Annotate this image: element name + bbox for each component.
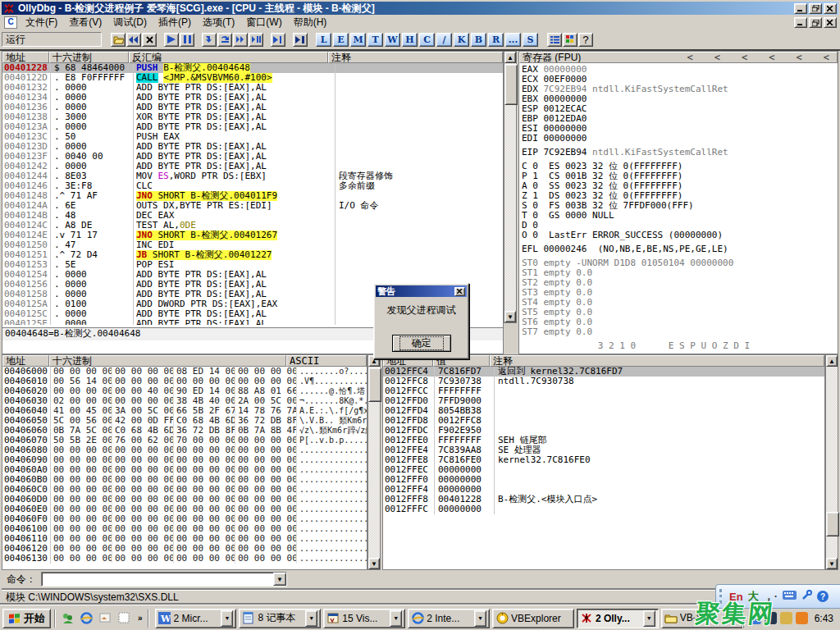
restore-button[interactable] — [809, 3, 822, 14]
disasm-col-hex[interactable]: 十六进制 — [49, 52, 129, 63]
minimize-button[interactable] — [794, 3, 807, 14]
disasm-row[interactable]: 0040124E.v 71 17JNO SHORT B-检测父.00401267 — [2, 231, 503, 240]
disasm-row[interactable]: 0040123A. 0000ADD BYTE PTR DS:[EAX],AL — [2, 122, 503, 132]
help-button[interactable]: ? — [578, 33, 593, 47]
stack-row[interactable]: 0012FFF800401228B-检测父.<模块入口点> — [383, 495, 824, 504]
menu-item[interactable]: 插件(P) — [153, 16, 197, 29]
disasm-row[interactable]: 00401236. 0000ADD BYTE PTR DS:[EAX],AL — [2, 103, 503, 112]
dump-col-address[interactable]: 地址 — [2, 355, 49, 367]
chevron-down-icon[interactable]: ▼ — [474, 610, 486, 627]
menu-item[interactable]: 窗口(W) — [240, 16, 287, 29]
quick-launch-chevron[interactable]: » — [138, 614, 143, 623]
help-icon[interactable]: ? — [817, 591, 829, 602]
window-button-L[interactable]: L — [316, 33, 331, 47]
menu-item[interactable]: 帮助(H) — [288, 16, 333, 29]
command-input[interactable] — [41, 572, 287, 587]
dump-row[interactable]: 004060F000 00 00 0000 00 00 0000 00 00 0… — [2, 514, 367, 524]
disasm-col-comment[interactable]: 注释 — [328, 52, 503, 63]
window-button-W[interactable]: W — [385, 33, 400, 47]
window-button-trace[interactable]: ... — [505, 33, 521, 47]
chevron-down-icon[interactable]: ▼ — [390, 610, 402, 627]
dump-row[interactable]: 004060D000 00 00 0000 00 00 0000 00 00 0… — [2, 495, 367, 504]
dump-row[interactable]: 0040604041 00 45 003A 00 5C 0066 5B 2F 6… — [2, 406, 367, 416]
dump-col-ascii[interactable]: ASCII — [286, 355, 367, 367]
stack-row[interactable]: 0012FFCCFFFFFFFF — [383, 386, 824, 396]
window-button-C[interactable]: C — [419, 33, 435, 47]
disasm-scrollbar[interactable]: ▲ ▼ — [504, 51, 517, 323]
animate-over-button[interactable] — [249, 33, 263, 47]
chevron-down-icon[interactable]: ▼ — [305, 610, 317, 627]
dump-row[interactable]: 0040607050 5B 2E 0076 00 62 0070 00 00 0… — [2, 436, 367, 445]
dump-row[interactable]: 0040602000 00 00 0000 00 40 0090 ED 14 0… — [2, 386, 367, 396]
start-button[interactable]: 开始 — [2, 609, 51, 628]
disasm-row[interactable]: 0040122D. E8 F0FFFFFFCALL <JMP.&MSVBVM60… — [2, 73, 503, 83]
dump-scroll-thumb[interactable] — [368, 368, 381, 402]
drag-handle-icon[interactable] — [719, 589, 724, 604]
menu-item[interactable]: 查看(V) — [63, 16, 107, 29]
title-bar[interactable]: OllyDbg - B-检测父进程例子 爱琴海[SCG].exe - [CPU … — [2, 2, 838, 15]
scroll-up-icon[interactable]: ▲ — [504, 52, 516, 63]
disasm-row[interactable]: 0040124C. A8 DETEST AL,0DE — [2, 221, 503, 231]
dump-row[interactable]: 0040613000 00 00 0000 00 00 0000 00 00 0… — [2, 554, 367, 564]
stack-row[interactable]: 0012FFDCF902E950 — [383, 426, 824, 436]
menu-item[interactable]: 选项(T) — [197, 16, 240, 29]
window-button-R[interactable]: R — [488, 33, 504, 47]
stack-row[interactable]: 0012FFD07FFD9000 — [383, 396, 824, 406]
disasm-row[interactable]: 00401250. 47INC EDI — [2, 240, 503, 250]
dump-row[interactable]: 0040608000 00 00 0000 00 00 0000 00 00 0… — [2, 445, 367, 455]
fullwidth-toggle[interactable]: 大 — [748, 589, 759, 604]
stack-row[interactable]: 0012FFC87C930738ntdll.7C930738 — [383, 377, 824, 386]
stack-row[interactable]: 0012FFD48054BB38 — [383, 406, 824, 416]
disasm-row[interactable]: 0040124A. 6EOUTS DX,BYTE PTR ES:[EDI]I/O… — [2, 201, 503, 211]
window-button-B[interactable]: B — [471, 33, 486, 47]
stack-row[interactable]: 0012FFF400000000 — [383, 485, 824, 495]
dump-col-hex[interactable]: 十六进制 — [49, 355, 286, 367]
disasm-row[interactable]: 00401251.^ 72 D4JB SHORT B-检测父.00401227 — [2, 250, 503, 260]
dump-scrollbar[interactable]: ▲ ▼ — [368, 354, 381, 570]
close-process-button[interactable] — [142, 33, 157, 47]
disasm-row[interactable]: 00401253. 5EPOP ESI — [2, 260, 503, 270]
disasm-row[interactable]: 0040123D. 0000ADD BYTE PTR DS:[EAX],AL — [2, 142, 503, 152]
dump-row[interactable]: 0040611000 00 00 0000 00 00 0000 00 00 0… — [2, 534, 367, 544]
appearance-button[interactable] — [563, 33, 578, 47]
disasm-col-address[interactable]: 地址 — [2, 52, 49, 63]
show-desktop-icon[interactable] — [98, 611, 112, 625]
taskbar-task-notepad-icon[interactable]: 8 记事本▼ — [239, 609, 321, 628]
disasm-row[interactable]: 00401242. 0000ADD BYTE PTR DS:[EAX],AL — [2, 162, 503, 171]
stack-row[interactable]: 0012FFEC00000000 — [383, 465, 824, 475]
windows-list-button[interactable] — [547, 33, 562, 47]
window-button-E[interactable]: E — [333, 33, 349, 47]
quick-launch-item-icon[interactable] — [117, 611, 131, 625]
disasm-row[interactable]: 0040123C. 50PUSH EAX — [2, 132, 503, 142]
chevron-down-icon[interactable]: ▼ — [221, 610, 233, 627]
step-into-button[interactable] — [202, 33, 217, 47]
stack-row[interactable]: 0012FFF000000000 — [383, 475, 824, 485]
window-button-M[interactable]: M — [350, 33, 366, 47]
disasm-row[interactable]: 0040123F. 0040 00ADD BYTE PTR DS:[EAX],A… — [2, 152, 503, 162]
execute-till-return-button[interactable] — [271, 33, 285, 47]
disasm-row[interactable]: 00401234. 0000ADD BYTE PTR DS:[EAX],AL — [2, 93, 503, 103]
child-close-button[interactable] — [824, 17, 837, 28]
animate-into-button[interactable] — [233, 33, 248, 47]
menu-item[interactable]: 调试(D) — [107, 16, 153, 29]
step-over-button[interactable] — [217, 33, 232, 47]
disasm-col-asm[interactable]: 反汇编 — [129, 52, 328, 63]
command-combobox[interactable]: ▼ — [41, 572, 287, 587]
stack-scrollbar[interactable]: ▲ ▼ — [825, 354, 838, 570]
child-minimize-button[interactable] — [794, 17, 807, 28]
tray-media-icon[interactable] — [796, 612, 808, 624]
window-button-T[interactable]: T — [368, 33, 383, 47]
dump-row[interactable]: 0040601000 56 14 0000 00 00 0000 00 00 0… — [2, 377, 367, 386]
execute-till-user-button[interactable] — [293, 33, 308, 47]
scroll-down-icon[interactable]: ▼ — [504, 311, 516, 322]
dump-row[interactable]: 004060600B 7A 5C 00C0 68 4B 6D36 72 DB 8… — [2, 426, 367, 436]
scroll-down-icon[interactable]: ▼ — [826, 558, 838, 569]
dialog-title-bar[interactable]: 警告 — [376, 285, 467, 297]
taskbar-task-vbexplorer-icon[interactable]: VBExplorer — [492, 609, 574, 628]
window-button-H[interactable]: H — [402, 33, 418, 47]
taskbar-task-ie-icon[interactable]: 2 Inte...▼ — [408, 609, 490, 628]
dump-row[interactable]: 004060505C 00 56 0042 00 0D FFC0 68 4B 6… — [2, 416, 367, 426]
scroll-down-icon[interactable]: ▼ — [368, 558, 380, 569]
registers-content[interactable]: EAX 00000000ECX 00EF0000EDX 7C92EB94 ntd… — [519, 63, 838, 352]
cpu-child-icon[interactable]: C — [4, 16, 17, 29]
